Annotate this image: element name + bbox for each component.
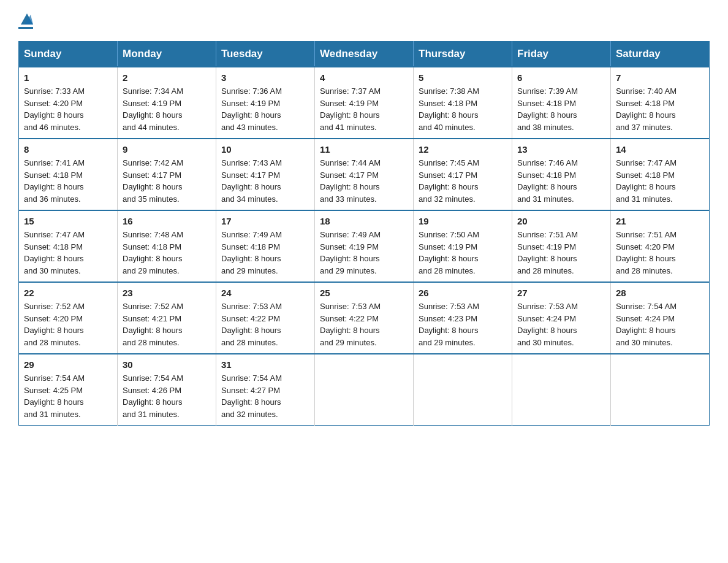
calendar-cell: 24 Sunrise: 7:53 AM Sunset: 4:22 PM Dayl… bbox=[216, 282, 315, 354]
day-info: Sunrise: 7:50 AM Sunset: 4:19 PM Dayligh… bbox=[419, 229, 507, 277]
day-number: 11 bbox=[320, 144, 408, 155]
day-info: Sunrise: 7:54 AM Sunset: 4:25 PM Dayligh… bbox=[24, 372, 112, 420]
day-number: 17 bbox=[221, 216, 309, 226]
day-info: Sunrise: 7:33 AM Sunset: 4:20 PM Dayligh… bbox=[24, 85, 112, 133]
calendar-cell: 4 Sunrise: 7:37 AM Sunset: 4:19 PM Dayli… bbox=[315, 67, 414, 139]
calendar-cell: 19 Sunrise: 7:50 AM Sunset: 4:19 PM Dayl… bbox=[414, 210, 512, 282]
day-number: 19 bbox=[419, 216, 507, 226]
calendar-cell: 10 Sunrise: 7:43 AM Sunset: 4:17 PM Dayl… bbox=[216, 139, 315, 210]
calendar-cell: 20 Sunrise: 7:51 AM Sunset: 4:19 PM Dayl… bbox=[512, 210, 611, 282]
logo bbox=[18, 12, 33, 29]
calendar-cell: 18 Sunrise: 7:49 AM Sunset: 4:19 PM Dayl… bbox=[315, 210, 414, 282]
week-row-3: 15 Sunrise: 7:47 AM Sunset: 4:18 PM Dayl… bbox=[19, 210, 710, 282]
day-number: 10 bbox=[221, 144, 309, 155]
day-number: 23 bbox=[123, 288, 211, 298]
day-info: Sunrise: 7:53 AM Sunset: 4:22 PM Dayligh… bbox=[221, 301, 309, 348]
calendar-cell bbox=[611, 354, 710, 426]
day-info: Sunrise: 7:41 AM Sunset: 4:18 PM Dayligh… bbox=[24, 157, 112, 205]
day-info: Sunrise: 7:47 AM Sunset: 4:18 PM Dayligh… bbox=[24, 229, 112, 277]
day-info: Sunrise: 7:38 AM Sunset: 4:18 PM Dayligh… bbox=[419, 85, 507, 133]
day-number: 5 bbox=[419, 72, 507, 83]
day-number: 28 bbox=[616, 288, 704, 298]
day-info: Sunrise: 7:48 AM Sunset: 4:18 PM Dayligh… bbox=[123, 229, 211, 277]
day-info: Sunrise: 7:43 AM Sunset: 4:17 PM Dayligh… bbox=[221, 157, 309, 205]
day-number: 6 bbox=[517, 72, 605, 83]
day-info: Sunrise: 7:54 AM Sunset: 4:26 PM Dayligh… bbox=[123, 372, 211, 420]
calendar-cell bbox=[414, 354, 512, 426]
day-number: 7 bbox=[616, 72, 704, 83]
calendar-cell: 29 Sunrise: 7:54 AM Sunset: 4:25 PM Dayl… bbox=[19, 354, 118, 426]
day-number: 24 bbox=[221, 288, 309, 298]
calendar-cell: 22 Sunrise: 7:52 AM Sunset: 4:20 PM Dayl… bbox=[19, 282, 118, 354]
day-info: Sunrise: 7:52 AM Sunset: 4:21 PM Dayligh… bbox=[123, 301, 211, 348]
weekday-header-tuesday: Tuesday bbox=[216, 42, 315, 67]
calendar-cell: 21 Sunrise: 7:51 AM Sunset: 4:20 PM Dayl… bbox=[611, 210, 710, 282]
calendar-cell: 26 Sunrise: 7:53 AM Sunset: 4:23 PM Dayl… bbox=[414, 282, 512, 354]
page-header bbox=[18, 12, 710, 29]
weekday-header-wednesday: Wednesday bbox=[315, 42, 414, 67]
day-number: 27 bbox=[517, 288, 605, 298]
calendar-cell: 1 Sunrise: 7:33 AM Sunset: 4:20 PM Dayli… bbox=[19, 67, 118, 139]
day-number: 31 bbox=[221, 359, 309, 370]
calendar-cell: 8 Sunrise: 7:41 AM Sunset: 4:18 PM Dayli… bbox=[19, 139, 118, 210]
calendar-cell: 23 Sunrise: 7:52 AM Sunset: 4:21 PM Dayl… bbox=[118, 282, 216, 354]
logo-flag-icon bbox=[20, 12, 33, 26]
week-row-4: 22 Sunrise: 7:52 AM Sunset: 4:20 PM Dayl… bbox=[19, 282, 710, 354]
day-info: Sunrise: 7:54 AM Sunset: 4:27 PM Dayligh… bbox=[221, 372, 309, 420]
day-info: Sunrise: 7:40 AM Sunset: 4:18 PM Dayligh… bbox=[616, 85, 704, 133]
calendar-cell: 9 Sunrise: 7:42 AM Sunset: 4:17 PM Dayli… bbox=[118, 139, 216, 210]
calendar-cell: 11 Sunrise: 7:44 AM Sunset: 4:17 PM Dayl… bbox=[315, 139, 414, 210]
day-info: Sunrise: 7:39 AM Sunset: 4:18 PM Dayligh… bbox=[517, 85, 605, 133]
week-row-5: 29 Sunrise: 7:54 AM Sunset: 4:25 PM Dayl… bbox=[19, 354, 710, 426]
calendar-cell: 16 Sunrise: 7:48 AM Sunset: 4:18 PM Dayl… bbox=[118, 210, 216, 282]
day-number: 4 bbox=[320, 72, 408, 83]
day-number: 29 bbox=[24, 359, 112, 370]
calendar-cell: 3 Sunrise: 7:36 AM Sunset: 4:19 PM Dayli… bbox=[216, 67, 315, 139]
day-info: Sunrise: 7:36 AM Sunset: 4:19 PM Dayligh… bbox=[221, 85, 309, 133]
calendar-cell: 5 Sunrise: 7:38 AM Sunset: 4:18 PM Dayli… bbox=[414, 67, 512, 139]
calendar-cell bbox=[315, 354, 414, 426]
day-number: 2 bbox=[123, 72, 211, 83]
day-number: 13 bbox=[517, 144, 605, 155]
weekday-header-sunday: Sunday bbox=[19, 42, 118, 67]
day-number: 15 bbox=[24, 216, 112, 226]
day-info: Sunrise: 7:51 AM Sunset: 4:20 PM Dayligh… bbox=[616, 229, 704, 277]
day-info: Sunrise: 7:49 AM Sunset: 4:18 PM Dayligh… bbox=[221, 229, 309, 277]
day-info: Sunrise: 7:44 AM Sunset: 4:17 PM Dayligh… bbox=[320, 157, 408, 205]
calendar-cell: 2 Sunrise: 7:34 AM Sunset: 4:19 PM Dayli… bbox=[118, 67, 216, 139]
calendar-cell: 30 Sunrise: 7:54 AM Sunset: 4:26 PM Dayl… bbox=[118, 354, 216, 426]
day-number: 9 bbox=[123, 144, 211, 155]
calendar-cell: 17 Sunrise: 7:49 AM Sunset: 4:18 PM Dayl… bbox=[216, 210, 315, 282]
day-info: Sunrise: 7:53 AM Sunset: 4:23 PM Dayligh… bbox=[419, 301, 507, 348]
day-number: 25 bbox=[320, 288, 408, 298]
day-info: Sunrise: 7:49 AM Sunset: 4:19 PM Dayligh… bbox=[320, 229, 408, 277]
calendar-cell: 13 Sunrise: 7:46 AM Sunset: 4:18 PM Dayl… bbox=[512, 139, 611, 210]
calendar-cell: 15 Sunrise: 7:47 AM Sunset: 4:18 PM Dayl… bbox=[19, 210, 118, 282]
weekday-header-row: SundayMondayTuesdayWednesdayThursdayFrid… bbox=[19, 42, 710, 67]
weekday-header-friday: Friday bbox=[512, 42, 611, 67]
day-info: Sunrise: 7:51 AM Sunset: 4:19 PM Dayligh… bbox=[517, 229, 605, 277]
day-number: 21 bbox=[616, 216, 704, 226]
day-info: Sunrise: 7:42 AM Sunset: 4:17 PM Dayligh… bbox=[123, 157, 211, 205]
calendar-table: SundayMondayTuesdayWednesdayThursdayFrid… bbox=[18, 41, 710, 426]
weekday-header-thursday: Thursday bbox=[414, 42, 512, 67]
day-info: Sunrise: 7:45 AM Sunset: 4:17 PM Dayligh… bbox=[419, 157, 507, 205]
day-info: Sunrise: 7:47 AM Sunset: 4:18 PM Dayligh… bbox=[616, 157, 704, 205]
day-number: 12 bbox=[419, 144, 507, 155]
day-number: 18 bbox=[320, 216, 408, 226]
day-number: 3 bbox=[221, 72, 309, 83]
week-row-1: 1 Sunrise: 7:33 AM Sunset: 4:20 PM Dayli… bbox=[19, 67, 710, 139]
day-info: Sunrise: 7:54 AM Sunset: 4:24 PM Dayligh… bbox=[616, 301, 704, 348]
day-info: Sunrise: 7:37 AM Sunset: 4:19 PM Dayligh… bbox=[320, 85, 408, 133]
day-number: 26 bbox=[419, 288, 507, 298]
day-number: 14 bbox=[616, 144, 704, 155]
day-number: 30 bbox=[123, 359, 211, 370]
weekday-header-saturday: Saturday bbox=[611, 42, 710, 67]
day-number: 16 bbox=[123, 216, 211, 226]
calendar-cell bbox=[512, 354, 611, 426]
day-number: 8 bbox=[24, 144, 112, 155]
weekday-header-monday: Monday bbox=[118, 42, 216, 67]
calendar-cell: 28 Sunrise: 7:54 AM Sunset: 4:24 PM Dayl… bbox=[611, 282, 710, 354]
calendar-cell: 25 Sunrise: 7:53 AM Sunset: 4:22 PM Dayl… bbox=[315, 282, 414, 354]
day-info: Sunrise: 7:53 AM Sunset: 4:22 PM Dayligh… bbox=[320, 301, 408, 348]
